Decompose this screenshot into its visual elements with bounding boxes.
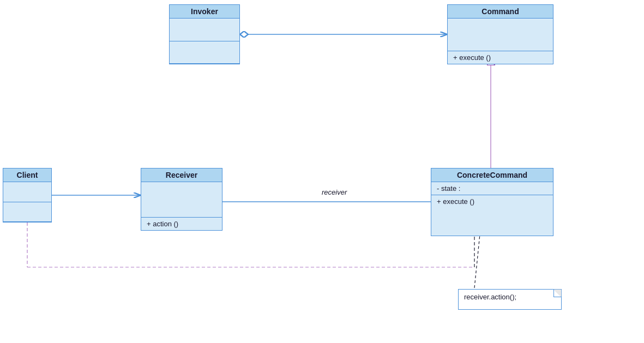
concrete-command-class-name: ConcreteCommand: [431, 169, 553, 182]
client-class-name: Client: [3, 169, 51, 182]
invoker-class-name: Invoker: [170, 5, 239, 19]
receiver-attrs: [141, 182, 222, 218]
concrete-attrs: - state :: [431, 182, 553, 195]
invoker-class: Invoker: [169, 4, 240, 64]
concrete-command-class: ConcreteCommand - state : + execute (): [431, 168, 553, 236]
receiver-class: Receiver + action (): [141, 168, 222, 231]
invoker-attrs2: [170, 41, 239, 64]
command-methods: + execute (): [448, 51, 553, 64]
command-class: Command + execute (): [447, 4, 553, 64]
receiver-class-name: Receiver: [141, 169, 222, 182]
receiver-label: receiver: [322, 188, 347, 196]
client-attrs2: [3, 202, 51, 222]
command-attrs: [448, 19, 553, 51]
client-class: Client: [3, 168, 52, 222]
note-dashed-line: [474, 234, 480, 288]
command-class-name: Command: [448, 5, 553, 19]
invoker-attrs: [170, 19, 239, 41]
note-corner-icon: [553, 289, 562, 298]
note-box: receiver.action();: [458, 289, 562, 310]
concrete-methods: + execute (): [431, 195, 553, 208]
receiver-methods: + action (): [141, 218, 222, 230]
client-attrs: [3, 182, 51, 202]
uml-diagram: Invoker Command + execute () Client Rece…: [0, 0, 644, 343]
note-text: receiver.action();: [464, 293, 516, 301]
